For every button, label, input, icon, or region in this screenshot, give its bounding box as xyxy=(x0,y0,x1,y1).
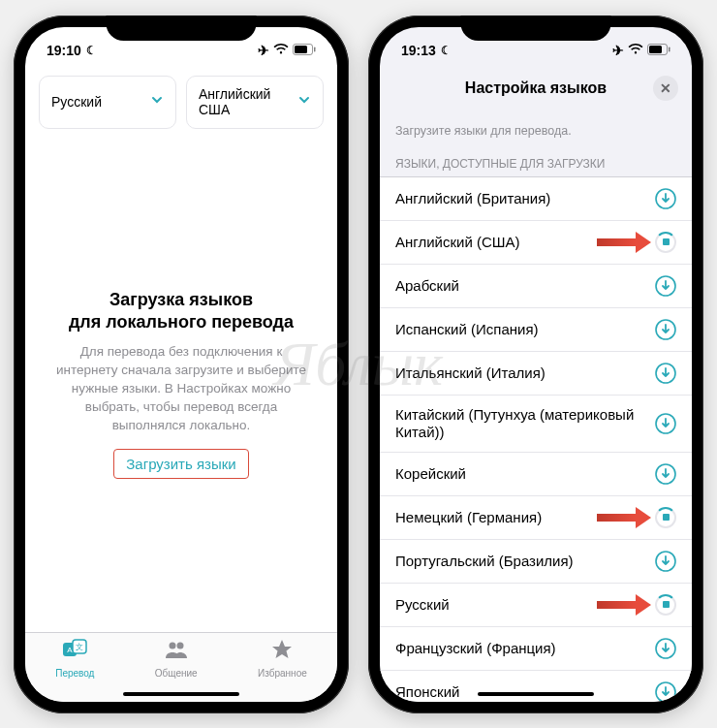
language-name: Корейский xyxy=(395,465,466,483)
svg-point-8 xyxy=(176,642,183,649)
wifi-icon xyxy=(628,43,643,58)
language-name: Итальянский (Италия) xyxy=(395,364,546,382)
tab-label: Перевод xyxy=(55,668,94,679)
language-row[interactable]: Русский xyxy=(380,584,692,627)
language-name: Арабский xyxy=(395,277,459,295)
chevron-down-icon xyxy=(150,93,164,111)
language-name: Французский (Франция) xyxy=(395,640,556,657)
section-header: ЯЗЫКИ, ДОСТУПНЫЕ ДЛЯ ЗАГРУЗКИ xyxy=(380,143,692,176)
svg-rect-10 xyxy=(649,46,662,53)
svg-rect-11 xyxy=(669,47,670,51)
download-icon[interactable] xyxy=(655,188,676,209)
tab-chat[interactable]: Общение xyxy=(155,639,198,679)
svg-text:A: A xyxy=(68,646,74,654)
download-languages-button[interactable]: Загрузить языки xyxy=(113,449,248,479)
language-name: Португальский (Бразилия) xyxy=(395,553,574,570)
people-icon xyxy=(164,639,189,666)
home-indicator[interactable] xyxy=(123,692,239,696)
notch xyxy=(107,16,257,41)
language-row[interactable]: Арабский xyxy=(380,265,692,308)
translate-icon: A文 xyxy=(62,639,87,666)
download-icon[interactable] xyxy=(655,551,676,572)
phone-left: 19:10 ☾ ✈︎ Русский Английский США xyxy=(14,16,349,713)
empty-state: Загрузка языков для локального перевода … xyxy=(25,289,337,479)
annotation-arrow xyxy=(597,507,651,528)
screen-settings: 19:13 ☾ ✈︎ Настройка языков ✕ Загрузите … xyxy=(380,27,692,702)
download-icon[interactable] xyxy=(655,413,676,434)
target-language-select[interactable]: Английский США xyxy=(186,76,324,130)
wifi-icon xyxy=(273,43,289,58)
language-row[interactable]: Английский (Британия) xyxy=(380,177,692,221)
phone-right: 19:13 ☾ ✈︎ Настройка языков ✕ Загрузите … xyxy=(368,16,703,713)
empty-description: Для перевода без подключения к интернету… xyxy=(48,343,314,434)
chevron-down-icon xyxy=(297,93,311,111)
svg-text:文: 文 xyxy=(76,643,83,651)
description-text: Загрузите языки для перевода. xyxy=(380,111,692,143)
loading-stop-icon[interactable] xyxy=(655,232,676,253)
language-name: Немецкий (Германия) xyxy=(395,509,542,526)
tab-label: Общение xyxy=(155,668,198,679)
close-icon: ✕ xyxy=(660,80,671,96)
svg-rect-1 xyxy=(295,46,307,53)
svg-rect-21 xyxy=(597,601,636,609)
screen-translate: 19:10 ☾ ✈︎ Русский Английский США xyxy=(25,27,337,702)
loading-stop-icon[interactable] xyxy=(655,594,676,616)
language-row[interactable]: Корейский xyxy=(380,453,692,496)
language-row[interactable]: Португальский (Бразилия) xyxy=(380,540,692,584)
language-row[interactable]: Китайский (Путунхуа (материковый Китай)) xyxy=(380,396,692,453)
language-name: Испанский (Испания) xyxy=(395,321,539,338)
language-row[interactable]: Немецкий (Германия) xyxy=(380,496,692,540)
language-name: Китайский (Путунхуа (материковый Китай)) xyxy=(395,406,655,441)
language-selectors: Русский Английский США xyxy=(25,66,337,140)
annotation-arrow xyxy=(597,232,651,253)
annotation-arrow xyxy=(597,594,651,616)
close-button[interactable]: ✕ xyxy=(653,76,678,101)
battery-icon xyxy=(647,43,670,58)
dnd-icon: ☾ xyxy=(86,44,97,57)
star-icon xyxy=(270,639,294,666)
svg-rect-13 xyxy=(597,238,636,246)
language-name: Русский xyxy=(395,596,450,614)
language-row[interactable]: Испанский (Испания) xyxy=(380,308,692,352)
download-icon[interactable] xyxy=(655,319,676,340)
download-icon[interactable] xyxy=(655,363,676,384)
empty-title: Загрузка языков для локального перевода xyxy=(48,289,314,334)
svg-point-7 xyxy=(169,642,175,649)
language-name: Английский (Британия) xyxy=(395,190,550,207)
language-name: Японский xyxy=(395,683,459,701)
status-time: 19:13 xyxy=(401,43,436,58)
notch xyxy=(461,16,611,41)
loading-stop-icon[interactable] xyxy=(655,507,676,528)
svg-rect-19 xyxy=(597,514,636,522)
language-row[interactable]: Французский (Франция) xyxy=(380,627,692,671)
download-icon[interactable] xyxy=(655,463,676,485)
modal-header: Настройка языков ✕ xyxy=(380,66,692,111)
language-row[interactable]: Японский xyxy=(380,671,692,702)
airplane-icon: ✈︎ xyxy=(258,43,269,58)
svg-rect-2 xyxy=(314,47,316,51)
tab-favorites[interactable]: Избранное xyxy=(258,639,307,679)
battery-icon xyxy=(293,43,316,58)
download-icon[interactable] xyxy=(655,681,676,702)
page-title: Настройка языков xyxy=(465,79,607,97)
source-language-select[interactable]: Русский xyxy=(39,76,176,130)
language-row[interactable]: Итальянский (Италия) xyxy=(380,352,692,396)
dnd-icon: ☾ xyxy=(441,44,452,57)
source-language-label: Русский xyxy=(51,94,102,111)
status-time: 19:10 xyxy=(47,43,81,58)
language-name: Английский (США) xyxy=(395,234,520,251)
language-list: Английский (Британия)Английский (США)Ара… xyxy=(380,176,692,702)
home-indicator[interactable] xyxy=(478,692,594,696)
download-icon[interactable] xyxy=(655,638,676,659)
tab-translate[interactable]: A文 Перевод xyxy=(55,639,94,679)
airplane-icon: ✈︎ xyxy=(612,43,624,58)
language-row[interactable]: Английский (США) xyxy=(380,221,692,265)
download-icon[interactable] xyxy=(655,275,676,297)
tab-label: Избранное xyxy=(258,668,307,679)
target-language-label: Английский США xyxy=(199,86,270,119)
